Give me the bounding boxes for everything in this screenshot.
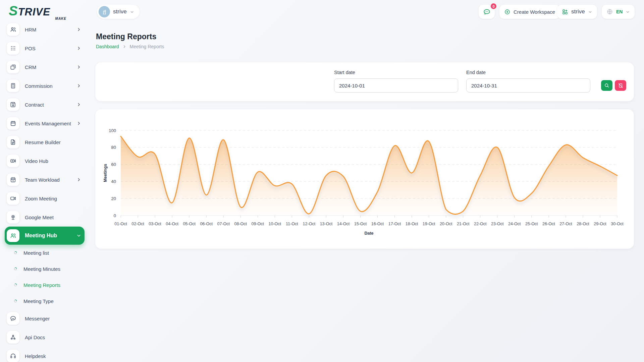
sidebar-subitem-label: Meeting Minutes xyxy=(23,266,60,272)
sidebar-item-messenger[interactable]: Messenger xyxy=(5,309,85,328)
svg-text:12-Oct: 12-Oct xyxy=(303,222,316,226)
sidebar-item-label: Meeting Hub xyxy=(25,233,57,239)
crm-windows-icon xyxy=(7,61,19,73)
progress-ring-icon xyxy=(13,283,17,287)
commission-calculator-icon xyxy=(7,79,19,92)
meetings-chart-card: 01-Oct02-Oct03-Oct04-Oct05-Oct06-Oct07-O… xyxy=(95,109,634,249)
chevron-right-icon xyxy=(76,27,81,32)
clear-filter-button[interactable] xyxy=(615,80,626,91)
contract-save-icon xyxy=(7,98,19,111)
svg-text:10-Oct: 10-Oct xyxy=(269,222,281,226)
svg-text:21-Oct: 21-Oct xyxy=(457,222,470,226)
sidebar-subitem-label: Meeting Reports xyxy=(23,282,60,288)
start-date-label: Start date xyxy=(334,70,355,75)
sidebar-item-events-management[interactable]: Events Management xyxy=(5,114,85,133)
workspace-avatar xyxy=(99,6,110,17)
svg-text:01-Oct: 01-Oct xyxy=(114,222,127,226)
chevron-right-icon xyxy=(76,46,81,51)
grid-plus-icon xyxy=(562,9,568,15)
search-button[interactable] xyxy=(601,80,612,91)
svg-text:20: 20 xyxy=(111,196,116,201)
svg-text:0: 0 xyxy=(114,213,116,218)
start-date-input[interactable] xyxy=(334,78,458,93)
svg-text:08-Oct: 08-Oct xyxy=(234,222,247,226)
sidebar-item-api-docs[interactable]: Api Docs xyxy=(5,328,85,347)
progress-ring-icon xyxy=(13,251,17,255)
chevron-right-icon xyxy=(76,83,81,88)
events-calendar-icon xyxy=(7,117,19,130)
sidebar-item-meeting-hub[interactable]: Meeting Hub xyxy=(5,227,85,245)
svg-text:25-Oct: 25-Oct xyxy=(525,222,538,226)
language-selector[interactable]: EN xyxy=(602,5,635,19)
sidebar-item-google-meet[interactable]: Google Meet xyxy=(5,208,85,227)
create-workspace-label: Create Workspace xyxy=(514,9,555,15)
search-icon xyxy=(604,83,609,88)
svg-text:06-Oct: 06-Oct xyxy=(200,222,213,226)
svg-text:26-Oct: 26-Oct xyxy=(542,222,555,226)
svg-text:28-Oct: 28-Oct xyxy=(577,222,589,226)
sidebar-item-video-hub[interactable]: Video Hub xyxy=(5,152,85,170)
clear-report-icon xyxy=(618,83,623,88)
svg-text:Meetings: Meetings xyxy=(103,164,108,182)
chevron-down-icon xyxy=(588,10,592,14)
globe-icon xyxy=(606,8,613,15)
svg-text:30-Oct: 30-Oct xyxy=(611,222,624,226)
plus-circle-icon xyxy=(504,9,511,15)
sidebar-item-helpdesk[interactable]: Helpdesk xyxy=(5,347,85,362)
svg-text:19-Oct: 19-Oct xyxy=(423,222,435,226)
sidebar-item-pos[interactable]: POS xyxy=(5,39,85,58)
sidebar-item-label: Team Workload xyxy=(25,177,60,183)
sidebar-subitem-label: Meeting list xyxy=(23,250,49,256)
chevron-down-icon xyxy=(130,10,134,14)
svg-text:07-Oct: 07-Oct xyxy=(217,222,230,226)
meeting-hub-users-icon xyxy=(7,229,19,242)
svg-text:16-Oct: 16-Oct xyxy=(371,222,384,226)
create-workspace-button[interactable]: Create Workspace xyxy=(499,5,560,19)
chevron-right-icon xyxy=(76,121,81,126)
hrm-users-icon xyxy=(7,23,19,36)
chevron-right-icon xyxy=(122,45,126,49)
sidebar-item-label: HRM xyxy=(25,27,36,33)
svg-text:29-Oct: 29-Oct xyxy=(594,222,606,226)
sidebar-item-crm[interactable]: CRM xyxy=(5,58,85,76)
svg-text:20-Oct: 20-Oct xyxy=(440,222,452,226)
video-plus-icon xyxy=(7,155,19,167)
headset-icon xyxy=(7,350,19,362)
logo-text: TRIVE xyxy=(18,6,50,18)
breadcrumb: Dashboard Meeting Reports xyxy=(96,44,164,49)
sidebar-subitem-meeting-reports[interactable]: Meeting Reports xyxy=(5,277,85,293)
sidebar-item-label: Messenger xyxy=(25,316,50,321)
sidebar-item-team-workload[interactable]: Team Workload xyxy=(5,170,85,189)
sidebar-subitem-meeting-minutes[interactable]: Meeting Minutes xyxy=(5,261,85,277)
sidebar-item-commission[interactable]: Commission xyxy=(5,76,85,95)
workspace-selector[interactable]: strive xyxy=(97,5,140,19)
sidebar-item-zoom-meeting[interactable]: Zoom Meeting xyxy=(5,189,85,208)
tenant-selector[interactable]: strive xyxy=(557,5,597,19)
webcam-icon xyxy=(7,211,19,224)
chevron-down-icon xyxy=(76,233,81,238)
sidebar-item-contract[interactable]: Contract xyxy=(5,95,85,114)
video-camera-icon xyxy=(7,192,19,205)
chevron-down-icon xyxy=(626,10,630,14)
chevron-right-icon xyxy=(76,65,81,69)
sidebar-item-label: Commission xyxy=(25,83,53,89)
svg-text:40: 40 xyxy=(111,179,116,184)
svg-text:17-Oct: 17-Oct xyxy=(388,222,401,226)
app-window: STRIVE MAKE HRM POS xyxy=(0,0,644,362)
messenger-button[interactable]: 0 xyxy=(479,5,495,19)
meetings-area-chart: 01-Oct02-Oct03-Oct04-Oct05-Oct06-Oct07-O… xyxy=(95,109,634,249)
progress-ring-icon xyxy=(13,267,17,271)
sidebar-subitem-meeting-list[interactable]: Meeting list xyxy=(5,245,85,261)
sidebar-item-resume-builder[interactable]: Resume Builder xyxy=(5,133,85,152)
workload-calendar-icon xyxy=(7,173,19,186)
sidebar-item-label: Contract xyxy=(25,102,44,108)
breadcrumb-current: Meeting Reports xyxy=(130,44,164,49)
sidebar-item-label: Helpdesk xyxy=(25,353,46,359)
breadcrumb-dashboard-link[interactable]: Dashboard xyxy=(96,44,119,49)
sidebar-subitem-meeting-type[interactable]: Meeting Type xyxy=(5,293,85,309)
sidebar-subitem-label: Meeting Type xyxy=(23,298,54,304)
end-date-input[interactable] xyxy=(466,78,590,93)
svg-text:02-Oct: 02-Oct xyxy=(131,222,144,226)
sidebar-item-label: POS xyxy=(25,46,36,51)
sidebar-item-hrm[interactable]: HRM xyxy=(5,20,85,39)
